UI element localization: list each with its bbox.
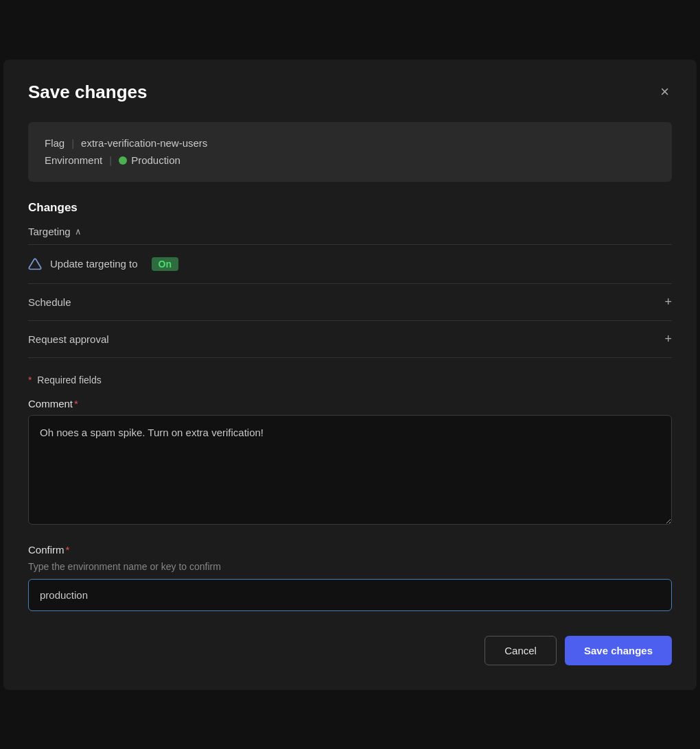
targeting-label: Targeting	[28, 226, 71, 237]
modal-header: Save changes ×	[28, 82, 672, 103]
chevron-up-icon: ∧	[75, 226, 82, 237]
targeting-row-left: Targeting ∧	[28, 226, 82, 237]
modal-footer: Cancel Save changes	[28, 636, 672, 665]
changes-label: Changes	[28, 201, 672, 215]
warning-triangle-icon	[28, 257, 42, 271]
info-banner: Flag | extra-verification-new-users Envi…	[28, 122, 672, 182]
comment-label: Comment*	[28, 398, 672, 409]
comment-required-star: *	[74, 398, 78, 409]
env-label: Environment	[45, 152, 102, 169]
flag-label: Flag	[45, 134, 65, 152]
targeting-change-text: Update targeting to	[50, 258, 138, 270]
flag-name: extra-verification-new-users	[81, 134, 207, 152]
required-star-note: *	[28, 374, 32, 385]
comment-textarea[interactable]: Oh noes a spam spike. Turn on extra veri…	[28, 415, 672, 525]
modal-title: Save changes	[28, 82, 147, 103]
save-changes-button[interactable]: Save changes	[565, 636, 672, 665]
flag-row: Flag | extra-verification-new-users	[45, 134, 655, 152]
confirm-hint: Type the environment name or key to conf…	[28, 561, 672, 572]
comment-field-container: Comment* Oh noes a spam spike. Turn on e…	[28, 398, 672, 527]
env-status-dot	[119, 156, 127, 165]
on-badge: On	[152, 257, 178, 271]
schedule-label: Schedule	[28, 296, 71, 308]
request-approval-label: Request approval	[28, 333, 109, 345]
confirm-input[interactable]	[28, 579, 672, 611]
cancel-button[interactable]: Cancel	[485, 636, 557, 665]
confirm-required-star: *	[66, 544, 70, 556]
modal-container: Save changes × Flag | extra-verification…	[3, 60, 697, 690]
request-approval-expand-icon: +	[664, 332, 672, 346]
env-name: Production	[131, 152, 180, 169]
close-button[interactable]: ×	[657, 82, 672, 102]
schedule-expand-icon: +	[664, 295, 672, 309]
env-separator: |	[109, 152, 112, 169]
modal-overlay: Save changes × Flag | extra-verification…	[0, 0, 700, 749]
targeting-row[interactable]: Targeting ∧	[28, 219, 672, 245]
confirm-field-container: Confirm* Type the environment name or ke…	[28, 544, 672, 611]
env-row: Environment | Production	[45, 152, 655, 169]
request-approval-row[interactable]: Request approval +	[28, 321, 672, 358]
changes-section: Changes Targeting ∧ Update targeting to …	[28, 201, 672, 284]
flag-separator: |	[71, 134, 74, 152]
confirm-label: Confirm*	[28, 544, 672, 556]
schedule-row[interactable]: Schedule +	[28, 284, 672, 321]
targeting-change-row: Update targeting to On	[28, 245, 672, 284]
required-fields-note: * Required fields	[28, 374, 672, 385]
